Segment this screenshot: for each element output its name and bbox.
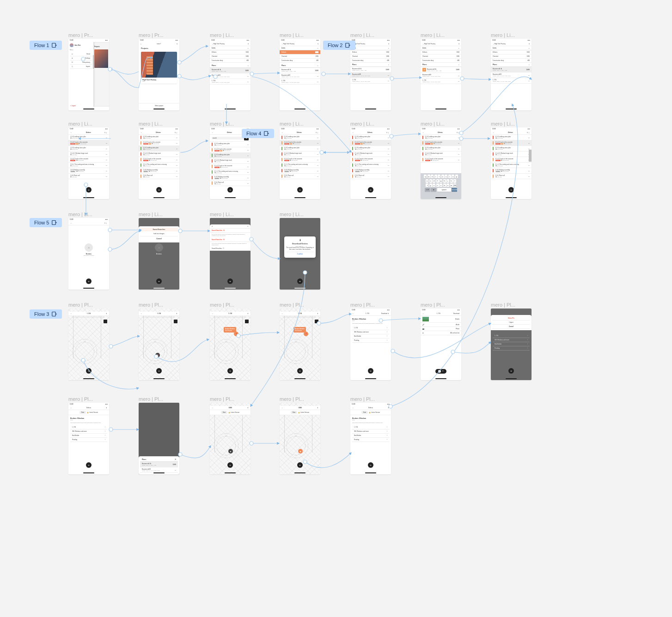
back-button[interactable]: ← xyxy=(70,313,72,315)
pin-tooltip[interactable]: Broken WindowBob Builder xyxy=(293,327,306,333)
defect-row[interactable]: 2.1.1 | The sealing and area is missing … xyxy=(68,163,109,168)
flow-badge-5[interactable]: Flow 5 xyxy=(30,218,62,227)
defect-row[interactable]: 2.1.4 | Crack in the concreteOPENA ⦿ Bob… xyxy=(421,140,461,146)
defect-row[interactable]: 2.1.4 | Crack in the concreteOPENA ⦿ Bob… xyxy=(139,140,179,146)
cancel-button[interactable]: Cancel xyxy=(492,325,530,329)
defect-row[interactable]: 2.1.4.2 | Window hinge stuck ⦿ John Doe⋯ xyxy=(280,151,320,157)
search-icon[interactable]: ⚲ xyxy=(248,43,249,45)
screen-lists-downloading[interactable]: 10:49●●● ← High Tech Factory⚲ Lists⌄ Def… xyxy=(421,39,461,110)
defect-row[interactable]: 2.1.3 | walking stairs plan ⦿ Bob Builde… xyxy=(68,135,109,140)
flow-badge-2[interactable]: Flow 2 xyxy=(323,41,355,50)
defect-row[interactable]: 2.1.3 | walking stairs plan ⦿ Bob Builde… xyxy=(210,153,250,158)
menu-item-settings[interactable]: ⚙Settings xyxy=(70,56,92,60)
screen-defects-list[interactable]: 10:49●●● ← Defects⚲ ⋮ 2.1.3 | walking st… xyxy=(68,127,109,199)
defect-row[interactable]: 2.1.4 | Cracks in the concreteOPEN ⦿ Bob… xyxy=(210,164,250,169)
screen-plan-plan[interactable]: 10:49●●● 📍Broken WindowBob Builder ←1. O… xyxy=(280,308,320,380)
defect-row[interactable]: 2.1.4.2 | Window hinge stuck ⦿ John Doe⋯ xyxy=(350,151,391,157)
filter-icon[interactable]: ⋮ xyxy=(317,132,318,133)
defect-row[interactable]: 2.1.3 | walking stairs plan ⦿ Bob Builde… xyxy=(280,135,320,140)
field-assignee[interactable]: IGK Windows and more› xyxy=(352,330,389,334)
layers-icon[interactable] xyxy=(104,320,107,323)
back-button[interactable]: ← High Tech Factory xyxy=(281,43,294,45)
fab-add[interactable]: + xyxy=(297,187,303,193)
search-icon[interactable]: ⚲ xyxy=(527,132,528,133)
hamburger-icon[interactable]: ≡ xyxy=(141,43,141,45)
download-icon[interactable]: ⬇ xyxy=(176,313,177,315)
back-button[interactable]: ← xyxy=(352,132,354,133)
screen-plan-row5[interactable]: 10:49●●● ←1/200⬇ Date🔒 Latest Version ■ … xyxy=(210,403,250,474)
list-row-diary[interactable]: Construction diary400 xyxy=(210,59,250,63)
fab-add[interactable]: + xyxy=(86,368,92,374)
screen-plan-row5[interactable]: 10:49●●●←Defects⬇ Date🔒 Latest Version B… xyxy=(350,403,391,474)
fab-add[interactable]: + xyxy=(297,368,303,374)
screen-plan-row5[interactable]: 10:49●●●←Defects⬇ Date🔒 Latest Version B… xyxy=(68,403,109,474)
defect-row[interactable]: 2.1.4 | Crack in the concreteOPENA ⦿ Bob… xyxy=(350,140,391,146)
defect-row[interactable]: 2.4.3 | Railing assemblyDONE ⦿ Bob Build… xyxy=(139,168,179,174)
screen-plan-form[interactable]: 10:49●●● ←1. OGDownload ⬇ Broken Window … xyxy=(350,308,391,380)
back-button[interactable]: ← xyxy=(281,313,283,315)
defect-row[interactable]: 2.1.3 | walking stairs plan ⦿ Bob Builde… xyxy=(491,146,531,151)
layers-icon[interactable] xyxy=(315,320,318,323)
search-icon[interactable]: ⚲ xyxy=(316,132,317,133)
fab-add[interactable]: + xyxy=(156,187,162,193)
fab-add[interactable]: + xyxy=(227,368,233,374)
plan-row-downloading[interactable]: ⟳ Basement A_Aupload_0719_b_Plan_A.pdf10… xyxy=(421,67,461,73)
cancel-button[interactable]: Cancel xyxy=(140,236,178,241)
map-pin[interactable]: ■ xyxy=(228,449,233,454)
defect-row[interactable]: 2.1.4 | Cracks in the concreteOPEN ⦿ Bob… xyxy=(139,157,179,163)
saved-search-a[interactable]: Saved Searches · A xyxy=(210,229,250,233)
back-button[interactable]: ← High Tech Factory xyxy=(212,43,225,45)
menu-item-email[interactable]: ✉Email xyxy=(70,52,92,56)
defect-row[interactable]: 2.14 | Paint call ⦿ John Doe⋯ xyxy=(68,174,109,179)
flow-badge-1[interactable]: Flow 1 xyxy=(30,41,62,50)
search-icon[interactable]: ⚲ xyxy=(457,132,458,133)
fab-add[interactable]: + xyxy=(368,368,373,374)
fab-add[interactable]: + xyxy=(156,368,162,374)
defect-row[interactable]: 2.1.3 | walking stairs plan ⦿ Bob Builde… xyxy=(210,142,250,147)
saved-search-c[interactable]: Saved Searches · C xyxy=(210,247,250,251)
screen-defects-list[interactable]: 10:49●●● ← Defects⚲ ⋮ 2.1.3 | walking st… xyxy=(280,127,320,199)
plan-row-c[interactable]: 1. OGupload_0719_b_PLAN_Plan_2.pdf⋯ xyxy=(210,79,250,85)
defect-row[interactable]: 2.1.3 | walking stairs plan ⦿ Bob Builde… xyxy=(139,146,179,151)
defect-row[interactable]: 2.1.4.2 | Window hinge stuck ⦿ John Doe⋯ xyxy=(210,158,250,164)
defect-row[interactable]: 2.1.4.2 | Window hinge stuck ⦿ John Doe⋯ xyxy=(491,151,531,157)
latest-version-button[interactable]: 🔒 Latest Version xyxy=(87,411,98,413)
menu-item-logout[interactable]: ⎋ Logout xyxy=(70,105,76,107)
tab-date[interactable]: Date xyxy=(361,411,368,414)
screen-lists-2[interactable]: 10:49●●● ← High Tech Factory⚲ Lists⌄ Def… xyxy=(350,39,391,110)
screen-plan-row5[interactable]: 10:49●●● ←Defects⬇ Broken Window Plans✕ … xyxy=(139,403,179,474)
search-icon[interactable]: ⚲ xyxy=(386,132,387,133)
flow-badge-4[interactable]: Flow 4 xyxy=(242,129,274,138)
screen-defects-list[interactable]: 10:49●●● ← Defects⚲ ⋮ 2.1.3 | walking st… xyxy=(139,127,179,199)
defect-row[interactable]: 2.1.3 | walking stairs plan ⦿ Bob Builde… xyxy=(421,146,461,151)
back-button[interactable]: ← xyxy=(281,132,283,133)
screen-lists-defects-selected[interactable]: 10:49●●● ← High Tech Factory⚲ Lists⌄ Def… xyxy=(280,39,320,110)
defect-row[interactable]: 2.1.4 | Cracks in the concreteOPEN ⦿ Bob… xyxy=(350,157,391,163)
defect-row[interactable]: 2.1.4 | Crack in the concreteOPENA ⦿ Bob… xyxy=(491,140,531,146)
defect-row[interactable]: 2.4.3 | Railing assemblyDONE ⦿ Bob Build… xyxy=(491,168,531,174)
plan-row-b[interactable]: Basement A Bupload_0719_b_PLAN_Plan_2.pd… xyxy=(210,73,250,79)
defect-row[interactable]: 2.1.4 | Cracks in the concreteOPEN ⦿ Bob… xyxy=(280,157,320,163)
list-row-checked[interactable]: Checked1309 xyxy=(210,54,250,59)
download-icon[interactable]: ⬇ xyxy=(106,313,107,315)
defect-row[interactable]: 2.1.4 | Cracks in the concreteOPEN ⦿ Bob… xyxy=(491,157,531,163)
list-row-defects-active[interactable]: Defects⬚ xyxy=(280,50,320,54)
defect-row[interactable]: 2.1.3 | walking stairs plan ⦿ Bob Builde… xyxy=(491,135,531,140)
map-pin[interactable]: ■ xyxy=(298,449,303,454)
screen-saved-searches-list[interactable]: ⚲✕ Saved Searches · A This Saved Search … xyxy=(210,218,250,290)
defect-row[interactable]: 2.1.1 | The sealing and area is missing … xyxy=(491,163,531,168)
attach-photo[interactable]: 📷Photo xyxy=(421,327,461,331)
defect-row[interactable]: 2.1.1 | The sealing and area is missing … xyxy=(350,163,391,168)
screen-entries-empty[interactable]: 10:49●●● ←⚲ ⋮ ≡ Entries Not entries avai… xyxy=(68,218,109,290)
screen-projects[interactable]: 10:49●●● ≡mero®⚲ Projects High Tech Fact… xyxy=(139,39,179,110)
defect-row[interactable]: 2.4.3 | Railing assemblyDONE ⦿ Bob Build… xyxy=(68,168,109,174)
screen-plan-attach[interactable]: 10:49●●● ←1. OGDownload Details 🎤Audio 📷… xyxy=(421,308,461,380)
screen-download-modal[interactable]: ⬇ Download Entries Saved Search · A This… xyxy=(280,218,320,290)
menu-item-data-privacy[interactable]: 🛡Data privacy xyxy=(70,60,92,65)
filter-icon[interactable]: ⋮ xyxy=(458,132,459,133)
fab-add[interactable]: + xyxy=(86,187,92,193)
screen-defects-list[interactable]: 10:49●●● ← Defects⚲ ⋮ 2.1.3 | walking st… xyxy=(350,127,391,199)
filter-icon[interactable]: ⋮ xyxy=(528,132,530,133)
defect-row[interactable]: 2.1.3 | walking stairs plan ⦿ Bob Builde… xyxy=(280,146,320,151)
list-row-defects[interactable]: Defects1324 xyxy=(210,50,250,54)
